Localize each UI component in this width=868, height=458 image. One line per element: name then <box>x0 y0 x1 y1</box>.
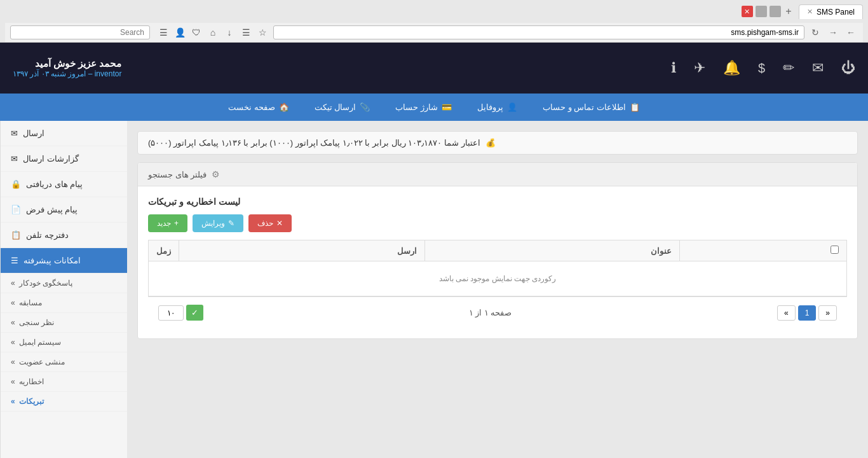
advanced-sidebar-icon: ☰ <box>11 256 18 265</box>
edit-pencil-icon: ✎ <box>228 219 234 228</box>
nav-item-profile[interactable]: 👤 پروفایل <box>465 94 530 121</box>
per-page-check-button[interactable]: ✓ <box>186 305 203 321</box>
pagination-input-wrap: ✓ <box>158 305 203 321</box>
sidebar-item-advanced[interactable]: امکانات پیشرفته ☰ <box>1 248 127 274</box>
page-1-button[interactable]: 1 <box>798 305 817 321</box>
nav-label-profile: پروفایل <box>477 102 503 112</box>
sidebar-item-reports[interactable]: گزارشات ارسال ✉ <box>1 146 127 172</box>
browser-tab[interactable]: SMS Panel ✕ <box>799 4 863 19</box>
chevron-email-icon: » <box>11 338 15 347</box>
bell-icon[interactable]: 🔔 <box>723 60 740 76</box>
filter-label: فیلتر های جستجو <box>148 170 207 179</box>
sidebar-item-received[interactable]: پیام های دریافتی 🔒 <box>1 172 127 197</box>
received-sidebar-icon: 🔒 <box>11 179 21 189</box>
page-prev-button[interactable]: « <box>818 305 837 321</box>
ticket-nav-icon: 📎 <box>360 102 370 112</box>
nav-label-charge: شارژ حساب <box>395 102 438 112</box>
default-sidebar-icon: 📄 <box>11 205 21 214</box>
send-icon[interactable]: ✈ <box>694 60 705 76</box>
browser-chrome: SMS Panel ✕ + ✕ ← → ↻ ☆ ☰ ↓ ⌂ 🛡 👤 ☰ <box>0 0 868 43</box>
delete-button[interactable]: ✕ حذف <box>248 214 292 232</box>
download-icon[interactable]: ↓ <box>222 25 236 39</box>
sidebar-item-send[interactable]: ارسال ✉ <box>1 121 127 146</box>
col-checkbox <box>680 240 847 261</box>
power-icon[interactable]: ⏻ <box>841 60 855 76</box>
sidebar-sub-survey[interactable]: نظر سنجی » <box>1 313 127 333</box>
warning-label: اخطاریه <box>19 377 44 386</box>
pagination-info: صفحه ۱ از ۱ <box>469 308 512 317</box>
gear-icon: ⚙ <box>212 169 220 179</box>
col-time: زمل <box>149 240 179 261</box>
nav-back-button[interactable]: ← <box>844 25 858 39</box>
chevron-congrats-icon: » <box>11 397 15 406</box>
sidebar-sub-secretary[interactable]: منشی عضویت » <box>1 352 127 372</box>
header-user-name: محمد عزیز خوش آمید <box>13 58 121 69</box>
default-sidebar-label: پیام پیش فرض <box>26 205 78 214</box>
auto-reply-label: پاسخگوی خودکار <box>19 279 72 288</box>
nav-item-charge[interactable]: 💳 شارژ حساب <box>383 94 465 121</box>
nav-refresh-button[interactable]: ↻ <box>808 25 822 39</box>
chevron-contest-icon: » <box>11 298 15 307</box>
home-icon[interactable]: ⌂ <box>206 25 220 39</box>
new-label: جدید <box>157 219 171 228</box>
tab-title: SMS Panel <box>817 8 855 17</box>
chevron-auto-reply-icon: » <box>11 279 15 288</box>
nav-bar: 🏠 صفحه نخست 📎 ارسال تیکت 💳 شارژ حساب 👤 پ… <box>0 94 868 121</box>
contest-label: مسابقه <box>19 298 42 307</box>
survey-label: نظر سنجی <box>19 318 54 327</box>
page-next-button[interactable]: » <box>777 305 796 321</box>
send-sidebar-icon: ✉ <box>11 128 18 138</box>
sidebar-item-phonebook[interactable]: دفترچه تلفن 📋 <box>1 223 127 248</box>
bookmark-icon[interactable]: ☆ <box>255 25 269 39</box>
main-panel: ⚙ فیلتر های جستجو لیست اخطاریه و تبریکات… <box>137 162 858 339</box>
add-tab-button[interactable]: + <box>781 4 796 19</box>
close-button[interactable]: ✕ <box>742 6 753 17</box>
nav-item-ticket[interactable]: 📎 ارسال تیکت <box>302 94 383 121</box>
sidebar-sub-warning[interactable]: اخطاریه » <box>1 372 127 392</box>
received-sidebar-label: پیام های دریافتی <box>26 179 83 189</box>
edit-button[interactable]: ✎ ویرایش <box>193 214 243 232</box>
edit-icon[interactable]: ✏ <box>783 60 794 76</box>
sidebar: ارسال ✉ گزارشات ارسال ✉ پیام های دریافتی… <box>0 121 127 458</box>
app-header: ⏻ ✉ ✏ $ 🔔 ✈ ℹ محمد عزیز خوش آمید invento… <box>0 43 868 94</box>
pagination-bar: « 1 » صفحه ۱ از ۱ ✓ <box>148 296 847 328</box>
col-sender: ارسل <box>179 240 425 261</box>
delete-x-icon: ✕ <box>276 219 283 228</box>
nav-item-info[interactable]: 📋 اطلاعات تماس و حساب <box>530 94 653 121</box>
sidebar-item-default[interactable]: پیام پیش فرض 📄 <box>1 197 127 223</box>
dollar-icon[interactable]: $ <box>758 61 765 76</box>
congrats-label: تبریکات <box>19 397 44 406</box>
select-all-checkbox[interactable] <box>831 246 839 254</box>
maximize-button[interactable] <box>756 6 767 17</box>
address-bar[interactable] <box>273 25 804 39</box>
empty-row: رکوردی جهت نمایش موجود نمی باشد <box>149 261 847 296</box>
sidebar-sub-congrats[interactable]: تبریکات » <box>1 392 127 412</box>
mail-icon[interactable]: ✉ <box>812 60 824 76</box>
credit-bar: 💰 اعتبار شما ۱۰۳٫۱۸۷۰ ریال برابر با ۱٫۰۲… <box>137 131 858 155</box>
user-icon[interactable]: 👤 <box>173 25 187 39</box>
chevron-secretary-icon: » <box>11 357 15 366</box>
reports-sidebar-label: گزارشات ارسال <box>23 154 79 163</box>
info-nav-icon: 📋 <box>630 102 640 112</box>
nav-label-home: صفحه نخست <box>228 102 275 112</box>
nav-item-home[interactable]: 🏠 صفحه نخست <box>215 94 302 121</box>
nav-forward-button[interactable]: → <box>826 25 840 39</box>
filter-bar[interactable]: ⚙ فیلتر های جستجو <box>138 163 857 186</box>
search-input[interactable] <box>10 25 150 39</box>
pagination-controls: « 1 » <box>777 305 837 321</box>
sidebar-sub-auto-reply[interactable]: پاسخگوی خودکار » <box>1 274 127 293</box>
main-content: 💰 اعتبار شما ۱۰۳٫۱۸۷۰ ریال برابر با ۱٫۰۲… <box>127 121 868 458</box>
info-icon[interactable]: ℹ <box>671 60 676 76</box>
sidebar-sub-email[interactable]: سیستم ایمیل » <box>1 333 127 352</box>
home-nav-icon: 🏠 <box>279 102 289 112</box>
edit-label: ویرایش <box>201 219 225 228</box>
minimize-button[interactable] <box>770 6 781 17</box>
tab-close-icon[interactable]: ✕ <box>807 8 813 16</box>
per-page-input[interactable] <box>158 305 184 321</box>
charge-nav-icon: 💳 <box>442 102 452 112</box>
menu-icon[interactable]: ☰ <box>156 25 170 39</box>
new-button[interactable]: + جدید <box>148 214 187 232</box>
reader-icon[interactable]: ☰ <box>239 25 253 39</box>
shield-icon[interactable]: 🛡 <box>189 25 203 39</box>
sidebar-sub-contest[interactable]: مسابقه » <box>1 293 127 313</box>
